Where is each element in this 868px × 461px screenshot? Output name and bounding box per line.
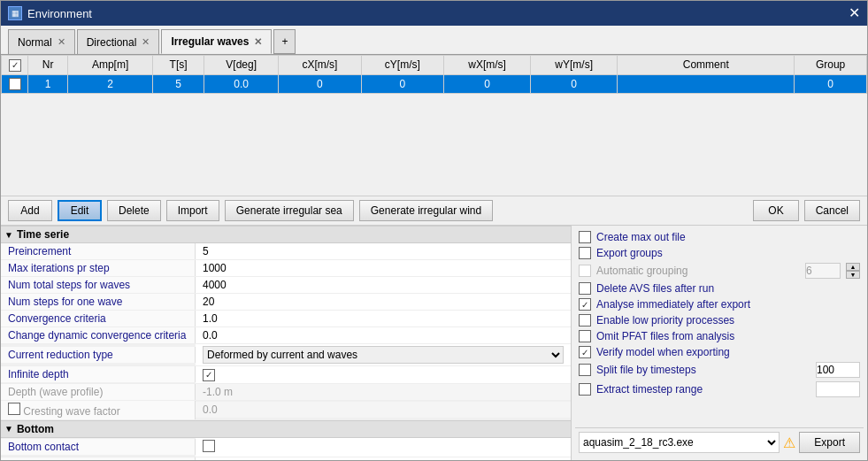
ok-button[interactable]: OK [753, 200, 798, 221]
bottom-area: ▼ Time serie Preincrement 5 Max iteratio… [1, 226, 867, 460]
field-current-reduction-value[interactable]: Deformed by current and waves [196, 344, 571, 365]
field-preincrement-label: Preincrement [1, 243, 196, 259]
tab-add-button[interactable]: + [273, 29, 296, 54]
environment-window: ▦ Environment ✕ Normal ✕ Directional ✕ I… [0, 0, 868, 461]
delete-avs-label: Delete AVS files after run [596, 282, 714, 295]
left-panel: ▼ Time serie Preincrement 5 Max iteratio… [1, 226, 572, 460]
table-row[interactable]: 1 2 5 0.0 0 0 0 0 0 [2, 74, 867, 94]
field-bottom-contact-value[interactable] [196, 438, 571, 457]
field-depth-wave: Depth (wave profile) -1.0 m [1, 384, 571, 401]
window-title: Environment [27, 7, 92, 20]
verify-model-label: Verify model when exporting [596, 346, 730, 358]
col-header-nr: Nr [28, 56, 68, 75]
row-wx: 0 [444, 74, 531, 94]
automatic-grouping-input [805, 263, 841, 279]
tab-directional[interactable]: Directional ✕ [77, 29, 160, 54]
col-header-cx: cX[m/s] [279, 56, 361, 75]
tab-directional-close[interactable]: ✕ [142, 36, 150, 48]
row-wy: 0 [531, 74, 618, 94]
field-infinite-depth: Infinite depth [1, 366, 571, 384]
tab-irregular-waves-label: Irregular waves [171, 35, 249, 48]
delete-button[interactable]: Delete [107, 200, 161, 221]
edit-button[interactable]: Edit [58, 200, 102, 221]
field-bottom-depth-value[interactable]: -100.0 m [196, 457, 571, 461]
row-checkbox[interactable] [9, 78, 21, 90]
row-create-max-out: Create max out file [575, 229, 864, 245]
tab-irregular-waves[interactable]: Irregular waves ✕ [161, 29, 272, 54]
analyse-immediately-label: Analyse immediately after export [596, 298, 750, 311]
enable-low-priority-checkbox[interactable] [579, 314, 591, 327]
generate-sea-button[interactable]: Generate irregular sea [225, 200, 354, 221]
split-file-label: Split file by timesteps [596, 364, 810, 376]
tab-add-icon: + [281, 35, 288, 48]
automatic-grouping-label: Automatic grouping [596, 265, 800, 277]
tab-normal-close[interactable]: ✕ [58, 36, 65, 48]
verify-model-checkbox[interactable] [579, 346, 591, 358]
extract-timestep-checkbox[interactable] [579, 383, 591, 396]
row-check-cell [2, 74, 28, 94]
header-checkbox[interactable] [9, 59, 21, 72]
export-groups-checkbox[interactable] [579, 247, 591, 259]
row-omit-pfat: Omit PFAT files from analysis [575, 328, 864, 344]
col-header-wx: wX[m/s] [444, 56, 531, 75]
create-max-out-checkbox[interactable] [579, 231, 591, 243]
omit-pfat-checkbox[interactable] [579, 330, 591, 342]
action-bar: Add Edit Delete Import Generate irregula… [1, 196, 867, 226]
field-num-one-value[interactable]: 20 [196, 294, 571, 310]
field-preincrement-value[interactable]: 5 [196, 243, 571, 259]
row-nr: 1 [28, 74, 68, 94]
current-reduction-select[interactable]: Deformed by current and waves [203, 346, 564, 364]
split-file-checkbox[interactable] [579, 364, 591, 376]
table-area: Nr Amp[m] T[s] V[deg] cX[m/s] cY[m/s] wX… [1, 55, 867, 196]
field-convergence-value[interactable]: 1.0 [196, 311, 571, 327]
automatic-grouping-spinner: ▲ ▼ [846, 263, 860, 279]
field-infinite-depth-value[interactable] [196, 366, 571, 383]
field-bottom-depth: Bottom depth -100.0 m [1, 457, 571, 461]
bottom-contact-checkbox[interactable] [203, 440, 215, 452]
col-header-cy: cY[m/s] [361, 56, 443, 75]
tab-irregular-waves-close[interactable]: ✕ [254, 36, 262, 48]
split-file-input[interactable] [816, 362, 860, 378]
right-panel: Create max out file Export groups Automa… [572, 226, 867, 460]
field-preincrement: Preincrement 5 [1, 243, 571, 260]
row-split-file: Split file by timesteps [575, 360, 864, 380]
delete-avs-checkbox[interactable] [579, 282, 591, 295]
field-change-dynamic-value[interactable]: 0.0 [196, 327, 571, 343]
warning-icon: ⚠ [783, 434, 795, 451]
field-max-iter-value[interactable]: 1000 [196, 260, 571, 276]
close-button[interactable]: ✕ [849, 6, 860, 20]
cancel-button[interactable]: Cancel [804, 200, 860, 221]
export-button[interactable]: Export [799, 432, 860, 453]
field-num-total-value[interactable]: 4000 [196, 277, 571, 293]
app-icon: ▦ [8, 6, 22, 20]
right-scroll-content[interactable]: Create max out file Export groups Automa… [575, 229, 864, 427]
analyse-immediately-checkbox[interactable] [579, 298, 591, 311]
time-serie-section-header[interactable]: ▼ Time serie [1, 226, 571, 243]
tab-normal[interactable]: Normal ✕ [8, 29, 75, 54]
cresting-enable-checkbox[interactable] [8, 403, 20, 415]
left-scroll-content[interactable]: ▼ Time serie Preincrement 5 Max iteratio… [1, 226, 571, 460]
field-cresting-label: Cresting wave factor [1, 401, 196, 419]
tab-normal-label: Normal [18, 36, 52, 49]
row-v: 0.0 [204, 74, 279, 94]
infinite-depth-checkbox[interactable] [203, 369, 215, 381]
add-button[interactable]: Add [8, 200, 52, 221]
export-exe-select[interactable]: aquasim_2_18_rc3.exe [579, 432, 780, 453]
field-max-iter: Max iterations pr step 1000 [1, 260, 571, 277]
title-bar-left: ▦ Environment [8, 6, 92, 20]
field-change-dynamic: Change dynamic convergence criteria 0.0 [1, 327, 571, 344]
spinner-up-icon: ▲ [846, 263, 860, 271]
row-extract-timestep: Extract timestep range [575, 380, 864, 399]
row-export-groups: Export groups [575, 245, 864, 261]
data-table: Nr Amp[m] T[s] V[deg] cX[m/s] cY[m/s] wX… [1, 55, 867, 94]
row-amp: 2 [68, 74, 153, 94]
export-area: aquasim_2_18_rc3.exe ⚠ Export [575, 427, 864, 457]
import-button[interactable]: Import [166, 200, 219, 221]
col-header-v: V[deg] [204, 56, 279, 75]
row-delete-avs: Delete AVS files after run [575, 280, 864, 296]
bottom-section-header[interactable]: ▼ Bottom [1, 420, 571, 438]
field-cresting-label-text: Cresting wave factor [23, 405, 119, 418]
col-header-group: Group [795, 56, 867, 75]
generate-wind-button[interactable]: Generate irregular wind [359, 200, 493, 221]
extract-timestep-input[interactable] [816, 381, 860, 397]
